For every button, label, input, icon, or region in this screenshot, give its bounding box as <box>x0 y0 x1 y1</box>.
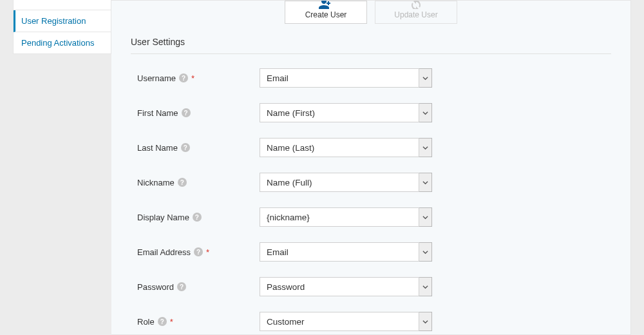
section-title-text: User Settings <box>131 37 185 47</box>
chevron-down-icon[interactable] <box>419 173 432 192</box>
control-username: Email <box>260 68 432 88</box>
control-first-name: Name (First) <box>260 103 432 122</box>
form-row-display-name: Display Name ? {nickname} <box>131 207 611 227</box>
help-icon[interactable]: ? <box>181 143 190 152</box>
label-text: Nickname <box>137 178 175 187</box>
label-text: Display Name <box>137 213 189 222</box>
display-name-select[interactable]: {nickname} <box>260 207 432 227</box>
control-last-name: Name (Last) <box>260 138 432 157</box>
select-value: Email <box>260 242 419 262</box>
first-name-select[interactable]: Name (First) <box>260 103 432 122</box>
select-value: Password <box>260 277 419 296</box>
help-icon[interactable]: ? <box>194 247 203 256</box>
select-value: Name (Full) <box>260 173 419 192</box>
form-row-username: Username ? * Email <box>131 68 611 88</box>
chevron-down-icon[interactable] <box>419 68 432 88</box>
create-user-label: Create User <box>305 10 347 19</box>
label-password: Password ? <box>137 282 260 292</box>
label-text: First Name <box>137 108 178 118</box>
form-row-password: Password ? Password <box>131 277 611 296</box>
label-nickname: Nickname ? <box>137 178 260 187</box>
sidebar-tab-label: Pending Activations <box>21 38 94 48</box>
help-icon[interactable]: ? <box>178 178 187 187</box>
required-asterisk: * <box>206 247 209 257</box>
label-first-name: First Name ? <box>137 108 260 118</box>
section-title: User Settings <box>131 37 611 54</box>
nickname-select[interactable]: Name (Full) <box>260 173 432 192</box>
password-select[interactable]: Password <box>260 277 432 296</box>
form-row-role: Role ? * Customer <box>131 312 611 331</box>
form-row-email: Email Address ? * Email <box>131 242 611 262</box>
update-user-label: Update User <box>394 10 437 19</box>
label-last-name: Last Name ? <box>137 143 260 153</box>
user-plus-icon <box>319 0 333 11</box>
sidebar-tab-user-registration[interactable]: User Registration <box>14 10 111 32</box>
chevron-down-icon[interactable] <box>419 207 432 227</box>
update-user-button: Update User <box>375 1 457 24</box>
control-email: Email <box>260 242 432 262</box>
sidebar: User Registration Pending Activations <box>13 0 111 335</box>
form-row-first-name: First Name ? Name (First) <box>131 103 611 122</box>
label-text: Last Name <box>137 143 178 153</box>
select-value: Name (First) <box>260 103 419 122</box>
email-select[interactable]: Email <box>260 242 432 262</box>
create-user-button[interactable]: Create User <box>285 1 367 24</box>
username-select[interactable]: Email <box>260 68 432 88</box>
help-icon[interactable]: ? <box>179 73 188 82</box>
label-role: Role ? * <box>137 317 260 327</box>
last-name-select[interactable]: Name (Last) <box>260 138 432 157</box>
help-icon[interactable]: ? <box>177 282 186 291</box>
refresh-icon <box>410 0 422 11</box>
top-button-row: Create User Update User <box>131 1 611 37</box>
control-role: Customer <box>260 312 432 331</box>
chevron-down-icon[interactable] <box>419 277 432 296</box>
required-asterisk: * <box>191 73 194 83</box>
label-username: Username ? * <box>137 73 260 83</box>
form-row-last-name: Last Name ? Name (Last) <box>131 138 611 157</box>
sidebar-tab-pending-activations[interactable]: Pending Activations <box>14 32 111 53</box>
select-value: Name (Last) <box>260 138 419 157</box>
label-text: Role <box>137 317 155 327</box>
control-display-name: {nickname} <box>260 207 432 227</box>
chevron-down-icon[interactable] <box>419 312 432 331</box>
control-nickname: Name (Full) <box>260 173 432 192</box>
chevron-down-icon[interactable] <box>419 242 432 262</box>
help-icon[interactable]: ? <box>158 317 167 326</box>
label-email: Email Address ? * <box>137 247 260 257</box>
chevron-down-icon[interactable] <box>419 103 432 122</box>
sidebar-blank-top <box>14 0 111 10</box>
label-text: Username <box>137 73 176 83</box>
label-text: Password <box>137 282 174 292</box>
label-text: Email Address <box>137 247 191 257</box>
chevron-down-icon[interactable] <box>419 138 432 157</box>
select-value: Customer <box>260 312 419 331</box>
select-value: {nickname} <box>260 207 419 227</box>
control-password: Password <box>260 277 432 296</box>
main-panel: Create User Update User User Settings Us… <box>111 0 631 335</box>
help-icon[interactable]: ? <box>182 108 191 117</box>
label-display-name: Display Name ? <box>137 213 260 222</box>
role-select[interactable]: Customer <box>260 312 432 331</box>
select-value: Email <box>260 68 419 88</box>
form-row-nickname: Nickname ? Name (Full) <box>131 173 611 192</box>
sidebar-tab-label: User Registration <box>21 16 86 26</box>
help-icon[interactable]: ? <box>193 213 202 222</box>
required-asterisk: * <box>170 317 173 327</box>
